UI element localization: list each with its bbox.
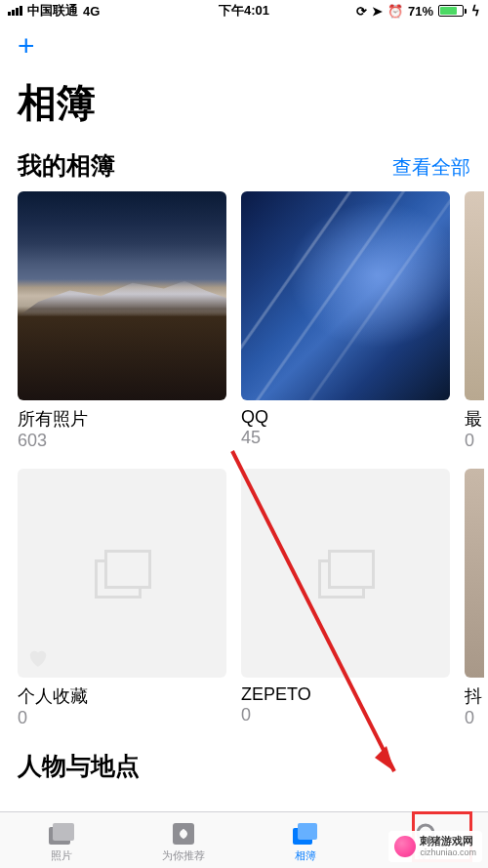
status-bar: 中国联通 4G 下午4:01 ⟳ ➤ ⏰ 71% ϟ — [0, 0, 488, 21]
album-name: 个人收藏 — [18, 684, 226, 708]
album-thumbnail[interactable] — [18, 191, 226, 400]
watermark-url: cizhuniao.com — [420, 847, 476, 858]
battery-percent: 71% — [408, 4, 433, 19]
album-zepeto[interactable]: ZEPETO 0 — [241, 469, 450, 728]
tab-albums[interactable]: 相簿 — [244, 821, 366, 863]
svg-rect-1 — [53, 823, 74, 841]
album-count: 0 — [18, 708, 226, 728]
album-thumbnail[interactable] — [241, 191, 450, 400]
rotation-lock-icon: ⟳ — [356, 4, 367, 19]
photos-icon — [47, 821, 76, 847]
album-name: QQ — [241, 407, 450, 428]
album-partial-2[interactable]: 抖 0 — [465, 469, 484, 728]
battery-icon — [438, 5, 467, 17]
see-all-link[interactable]: 查看全部 — [392, 154, 470, 181]
placeholder-stack-icon — [95, 550, 149, 597]
album-name: 抖 — [465, 684, 484, 708]
section-my-albums-title: 我的相簿 — [18, 149, 115, 182]
tab-photos[interactable]: 照片 — [0, 821, 122, 863]
page-title: 相簿 — [0, 64, 488, 149]
album-thumbnail[interactable] — [465, 469, 484, 678]
album-count: 45 — [241, 428, 450, 448]
album-count: 603 — [18, 431, 226, 451]
charging-icon: ϟ — [471, 4, 480, 19]
album-name: ZEPETO — [241, 684, 450, 705]
clock: 下午4:01 — [219, 2, 269, 20]
section-people-places-title: 人物与地点 — [18, 750, 470, 782]
carrier-label: 中国联通 — [27, 2, 78, 20]
album-count: 0 — [241, 705, 450, 725]
tab-label: 照片 — [51, 848, 72, 863]
album-row-2[interactable]: 个人收藏 0 ZEPETO 0 抖 0 — [0, 469, 488, 728]
for-you-icon — [169, 821, 198, 847]
watermark-logo-icon — [394, 836, 416, 857]
signal-icon — [8, 6, 22, 16]
tab-for-you[interactable]: 为你推荐 — [122, 821, 244, 863]
album-count: 0 — [465, 431, 484, 451]
album-partial[interactable]: 最 0 — [465, 191, 484, 451]
album-row-1[interactable]: 所有照片 603 QQ 45 最 0 — [0, 191, 488, 451]
tab-label: 相簿 — [295, 848, 316, 863]
heart-icon — [27, 648, 49, 668]
album-qq[interactable]: QQ 45 — [241, 191, 450, 451]
albums-icon — [291, 821, 320, 847]
album-all-photos[interactable]: 所有照片 603 — [18, 191, 226, 451]
network-label: 4G — [83, 4, 100, 19]
placeholder-stack-icon — [318, 550, 373, 597]
add-button[interactable]: + — [18, 29, 35, 62]
album-name: 最 — [465, 407, 484, 431]
album-count: 0 — [465, 708, 484, 728]
album-thumbnail[interactable] — [18, 469, 226, 678]
album-favorites[interactable]: 个人收藏 0 — [18, 469, 226, 728]
location-icon: ➤ — [372, 4, 383, 19]
album-thumbnail[interactable] — [241, 469, 450, 678]
watermark-title: 刺猪游戏网 — [420, 835, 473, 847]
watermark: 刺猪游戏网 cizhuniao.com — [388, 831, 482, 862]
tab-label: 为你推荐 — [162, 848, 205, 863]
svg-rect-4 — [298, 823, 317, 840]
album-thumbnail[interactable] — [465, 191, 484, 400]
album-name: 所有照片 — [18, 407, 226, 431]
alarm-icon: ⏰ — [387, 4, 403, 19]
